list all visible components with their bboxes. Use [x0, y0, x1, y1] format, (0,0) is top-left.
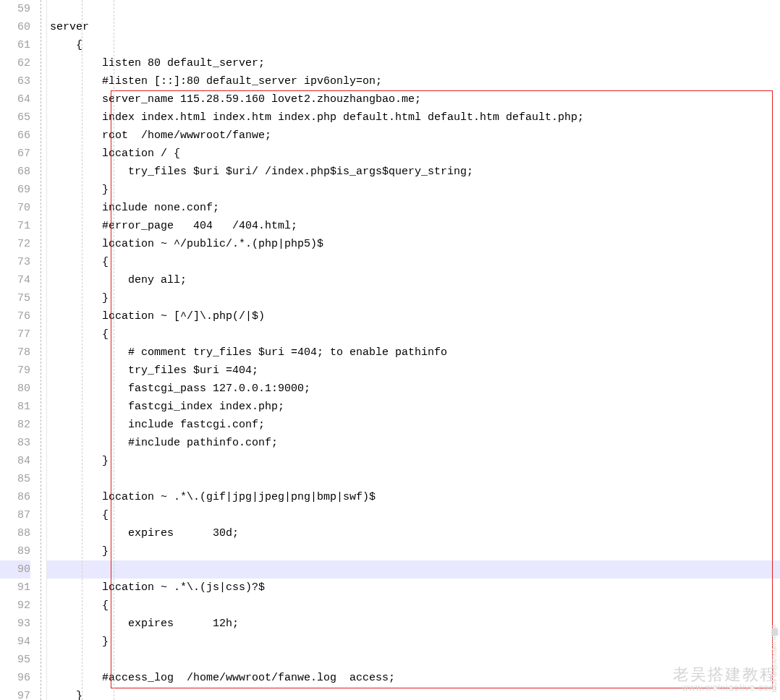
line-number: 60 [0, 18, 30, 36]
code-line[interactable]: deny all; [47, 271, 780, 289]
code-line[interactable]: } [47, 452, 780, 470]
code-line[interactable]: root /home/wwwroot/fanwe; [47, 127, 780, 145]
code-line[interactable]: try_files $uri =404; [47, 362, 780, 380]
line-number-gutter: 5960616263646566676869707172737475767778… [0, 0, 35, 700]
line-number: 76 [0, 307, 30, 325]
line-number: 88 [0, 524, 30, 542]
code-line[interactable]: fastcgi_index index.php; [47, 398, 780, 416]
code-line[interactable]: try_files $uri $uri/ /index.php$is_args$… [47, 163, 780, 181]
code-area[interactable]: 老吴搭建教程 www.weixiaolive.com 老吴搭建教程 www.we… [47, 0, 780, 700]
line-number: 85 [0, 470, 30, 488]
code-line[interactable]: index index.html index.htm index.php def… [47, 108, 780, 127]
code-line[interactable] [47, 651, 780, 669]
code-line[interactable]: server_name 115.28.59.160 lovet2.zhouzha… [47, 90, 780, 108]
line-number: 92 [0, 597, 30, 615]
line-number: 91 [0, 579, 30, 597]
line-number: 75 [0, 289, 30, 307]
line-number: 89 [0, 542, 30, 560]
code-line[interactable]: #error_page 404 /404.html; [47, 217, 780, 235]
line-number: 78 [0, 343, 30, 362]
line-number: 73 [0, 253, 30, 271]
line-number: 62 [0, 54, 30, 72]
code-editor[interactable]: 5960616263646566676869707172737475767778… [0, 0, 780, 700]
line-number: 65 [0, 108, 30, 127]
line-number: 83 [0, 434, 30, 452]
code-line[interactable] [47, 560, 780, 579]
code-line[interactable]: } [47, 181, 780, 199]
code-line[interactable]: expires 30d; [47, 524, 780, 542]
code-line[interactable]: # comment try_files $uri =404; to enable… [47, 343, 780, 362]
line-number: 63 [0, 72, 30, 90]
line-number: 79 [0, 362, 30, 380]
line-number: 72 [0, 235, 30, 253]
line-number: 93 [0, 615, 30, 633]
line-number: 95 [0, 651, 30, 669]
code-line[interactable]: { [47, 36, 780, 54]
watermark-side: 老吴搭建教程 www.weixiaolive.com [771, 623, 779, 693]
code-line[interactable]: #include pathinfo.conf; [47, 434, 780, 452]
code-line[interactable]: } [47, 289, 780, 307]
watermark-cn: 老吴搭建教程 [673, 666, 777, 683]
line-number: 94 [0, 633, 30, 651]
line-number: 90 [0, 560, 30, 579]
code-line[interactable]: { [47, 506, 780, 524]
line-number: 96 [0, 669, 30, 687]
line-number: 86 [0, 488, 30, 506]
code-line[interactable]: include fastcgi.conf; [47, 416, 780, 434]
line-number: 71 [0, 217, 30, 235]
code-line[interactable]: server [47, 18, 780, 36]
fold-column [35, 0, 47, 700]
code-line[interactable]: { [47, 597, 780, 615]
line-number: 77 [0, 325, 30, 343]
code-line[interactable]: include none.conf; [47, 199, 780, 217]
code-line[interactable]: } [47, 542, 780, 560]
code-line[interactable]: } [47, 633, 780, 651]
line-number: 87 [0, 506, 30, 524]
line-number: 59 [0, 0, 30, 18]
line-number: 80 [0, 380, 30, 398]
line-number: 67 [0, 145, 30, 163]
code-line[interactable]: location ~ .*\.(js|css)?$ [47, 579, 780, 597]
code-line[interactable]: location ~ [^/]\.php(/|$) [47, 307, 780, 325]
code-line[interactable]: { [47, 253, 780, 271]
code-line[interactable]: listen 80 default_server; [47, 54, 780, 72]
line-number: 70 [0, 199, 30, 217]
code-line[interactable] [47, 470, 780, 488]
code-line[interactable]: location ~ .*\.(gif|jpg|jpeg|png|bmp|swf… [47, 488, 780, 506]
code-line[interactable] [47, 0, 780, 18]
line-number: 97 [0, 687, 30, 700]
code-line[interactable]: } [47, 687, 780, 700]
line-number: 74 [0, 271, 30, 289]
code-line[interactable]: #access_log /home/wwwroot/fanwe.log acce… [47, 669, 780, 687]
watermark-en: www.weixiaolive.com [673, 683, 777, 693]
line-number: 61 [0, 36, 30, 54]
line-number: 81 [0, 398, 30, 416]
code-line[interactable]: fastcgi_pass 127.0.0.1:9000; [47, 380, 780, 398]
code-line[interactable]: { [47, 325, 780, 343]
code-line[interactable]: expires 12h; [47, 615, 780, 633]
line-number: 68 [0, 163, 30, 181]
code-line[interactable]: location / { [47, 145, 780, 163]
line-number: 66 [0, 127, 30, 145]
line-number: 64 [0, 90, 30, 108]
code-line[interactable]: #listen [::]:80 default_server ipv6only=… [47, 72, 780, 90]
line-number: 82 [0, 416, 30, 434]
line-number: 84 [0, 452, 30, 470]
watermark: 老吴搭建教程 www.weixiaolive.com 老吴搭建教程 www.we… [673, 666, 777, 693]
line-number: 69 [0, 181, 30, 199]
code-line[interactable]: location ~ ^/public/.*.(php|php5)$ [47, 235, 780, 253]
